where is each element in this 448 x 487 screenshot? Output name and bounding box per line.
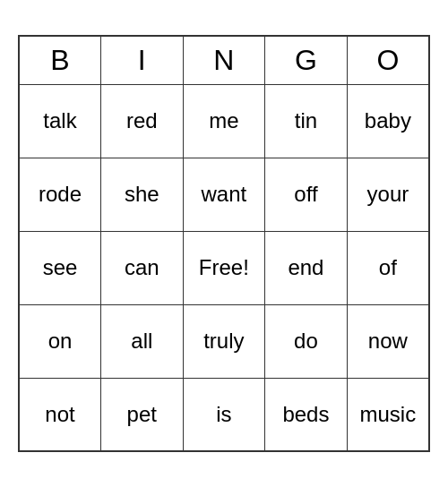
cell-r2-c0: see [19, 231, 101, 304]
table-row: onalltrulydonow [19, 304, 429, 378]
cell-r2-c1: can [101, 231, 183, 304]
cell-r4-c0: not [19, 378, 101, 451]
cell-r3-c0: on [19, 304, 101, 378]
table-row: rodeshewantoffyour [19, 158, 429, 231]
cell-r3-c2: truly [183, 304, 265, 378]
cell-r0-c1: red [101, 84, 183, 158]
table-row: notpetisbedsmusic [19, 378, 429, 451]
bingo-body: talkredmetinbabyrodeshewantoffyourseecan… [19, 84, 429, 451]
cell-r3-c3: do [265, 304, 348, 378]
bingo-header: BINGO [19, 36, 429, 84]
table-row: seecanFree!endof [19, 231, 429, 304]
header-col-i: I [101, 36, 183, 84]
header-col-g: G [265, 36, 348, 84]
cell-r1-c3: off [265, 158, 348, 231]
header-col-b: B [19, 36, 101, 84]
cell-r0-c0: talk [19, 84, 101, 158]
header-col-n: N [183, 36, 265, 84]
cell-r2-c2: Free! [183, 231, 265, 304]
cell-r1-c1: she [101, 158, 183, 231]
table-row: talkredmetinbaby [19, 84, 429, 158]
header-row: BINGO [19, 36, 429, 84]
header-col-o: O [347, 36, 429, 84]
cell-r2-c3: end [265, 231, 348, 304]
cell-r0-c2: me [183, 84, 265, 158]
cell-r0-c4: baby [347, 84, 429, 158]
cell-r4-c3: beds [265, 378, 348, 451]
cell-r4-c4: music [347, 378, 429, 451]
cell-r1-c4: your [347, 158, 429, 231]
cell-r4-c1: pet [101, 378, 183, 451]
cell-r1-c0: rode [19, 158, 101, 231]
cell-r1-c2: want [183, 158, 265, 231]
bingo-card: BINGO talkredmetinbabyrodeshewantoffyour… [18, 35, 430, 452]
cell-r0-c3: tin [265, 84, 348, 158]
cell-r4-c2: is [183, 378, 265, 451]
cell-r3-c1: all [101, 304, 183, 378]
cell-r3-c4: now [347, 304, 429, 378]
cell-r2-c4: of [347, 231, 429, 304]
